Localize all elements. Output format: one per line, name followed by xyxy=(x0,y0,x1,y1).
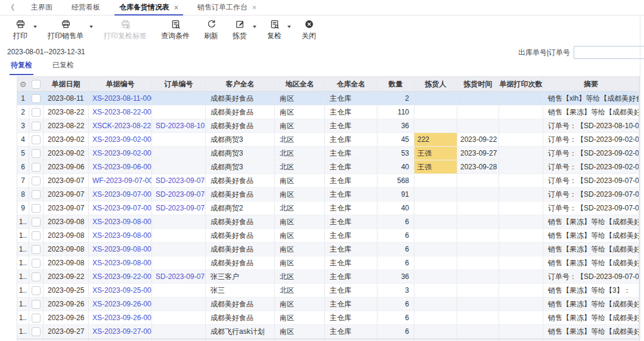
query-conditions-button[interactable]: 查询条件 xyxy=(154,18,197,42)
print-button[interactable]: 打印 xyxy=(6,18,41,42)
tab-rechecked[interactable]: 已复检 xyxy=(51,59,75,75)
row-checkbox[interactable] xyxy=(29,174,44,187)
row-checkbox[interactable] xyxy=(29,270,44,283)
column-header-quantity[interactable]: 数量 xyxy=(377,77,414,91)
print-sales-order-button[interactable]: 打印销售单 xyxy=(41,18,97,42)
row-checkbox[interactable] xyxy=(29,256,44,269)
order-number-link[interactable] xyxy=(152,92,206,105)
order-number-link[interactable]: SD-2023-08-10-00002 xyxy=(152,119,206,132)
table-row[interactable]: 92023-09-07XS-2023-09-07-00023SD-2023-09… xyxy=(17,202,639,215)
row-checkbox[interactable] xyxy=(29,92,44,105)
table-row[interactable]: 1..2023-09-08XS-2023-09-08-00025成都美好食品南区… xyxy=(17,229,639,243)
row-checkbox[interactable] xyxy=(29,297,44,311)
tab-sales-order-workbench[interactable]: 销售订单工作台 × xyxy=(188,0,266,15)
row-checkbox[interactable] xyxy=(29,160,44,173)
column-header-picker[interactable]: 拣货人 xyxy=(414,77,457,91)
recheck-button[interactable]: 复检 xyxy=(260,18,295,42)
row-checkbox[interactable] xyxy=(29,311,44,324)
order-number-link[interactable]: SD-2023-09-07-00005 xyxy=(152,270,206,283)
date-range-filter[interactable]: 2023-08-01--2023-12-31 xyxy=(7,48,85,56)
doc-number-link[interactable]: XS-2023-09-25-00031 xyxy=(89,284,152,297)
row-checkbox[interactable] xyxy=(29,202,44,215)
doc-number-link[interactable]: XS-2023-09-06-00018 xyxy=(89,160,152,173)
table-row[interactable]: 1..2023-09-22XS-2023-09-22-00030SD-2023-… xyxy=(17,270,639,284)
doc-number-link[interactable]: XS-2023-09-26-00032 xyxy=(89,297,152,311)
column-header-warehouse[interactable]: 仓库全名 xyxy=(325,77,377,91)
row-checkbox[interactable] xyxy=(29,188,44,201)
order-number-link[interactable]: SD-2023-09-07-00009 xyxy=(152,174,206,187)
doc-number-link[interactable]: XS-2023-09-26-00033 xyxy=(89,311,152,324)
order-number-link[interactable] xyxy=(152,243,206,256)
order-number-link[interactable]: SD-2023-09-07-00017 xyxy=(152,188,206,201)
tab-warehouse-stock-report[interactable]: 仓库备货情况表 × xyxy=(110,0,188,15)
order-number-link[interactable] xyxy=(152,106,206,119)
order-number-link[interactable] xyxy=(152,229,206,242)
table-row[interactable]: 1..2023-09-27XS-2023-09-27-00034成都飞行ask计… xyxy=(17,325,639,339)
order-number-link[interactable] xyxy=(152,160,206,173)
order-number-link[interactable] xyxy=(152,311,206,324)
doc-number-link[interactable]: WF-2023-09-07-00003 xyxy=(89,174,152,187)
row-checkbox[interactable] xyxy=(29,325,44,338)
doc-number-link[interactable]: XS-2023-09-08-00025 xyxy=(89,229,152,242)
row-checkbox[interactable] xyxy=(29,243,44,256)
doc-number-link[interactable]: XS-2023-09-27-00034 xyxy=(89,325,152,338)
column-settings-button[interactable]: ⚙ xyxy=(17,77,29,91)
doc-number-link[interactable]: XS-2023-09-08-00027 xyxy=(89,256,152,269)
chevron-down-icon[interactable] xyxy=(89,26,93,28)
doc-number-link[interactable]: XS-2023-09-08-00024 xyxy=(89,215,152,228)
row-checkbox[interactable] xyxy=(29,147,44,160)
table-row[interactable]: 1..2023-09-26XS-2023-09-26-00033成都美好食品南区… xyxy=(17,311,639,325)
order-number-link[interactable] xyxy=(152,215,206,228)
tab-pending-recheck[interactable]: 待复检 xyxy=(10,59,33,75)
table-row[interactable]: 82023-09-07XS-2023-09-07-00022SD-2023-09… xyxy=(17,188,639,202)
tab-close-icon[interactable]: × xyxy=(174,4,178,11)
tab-close-icon[interactable]: × xyxy=(252,4,256,11)
refresh-button[interactable]: 刷新 xyxy=(197,18,225,42)
table-row[interactable]: 62023-09-06XS-2023-09-06-00018成都商贸3北区主仓库… xyxy=(17,160,639,174)
table-row[interactable]: 52023-09-02XS-2023-09-02-00017成都商贸3北区主仓库… xyxy=(17,147,639,160)
order-number-link[interactable] xyxy=(152,256,206,269)
close-button[interactable]: 关闭 xyxy=(295,18,323,42)
order-number-link[interactable] xyxy=(152,147,206,160)
doc-number-link[interactable]: XS-2023-08-22-00014 xyxy=(89,106,152,119)
tab-main-screen[interactable]: 主界面 xyxy=(21,0,62,15)
chevron-down-icon[interactable] xyxy=(253,26,256,28)
row-checkbox[interactable] xyxy=(29,106,44,119)
column-header-doc-date[interactable]: 单据日期 xyxy=(44,77,89,91)
row-checkbox[interactable] xyxy=(29,119,44,132)
order-number-link[interactable] xyxy=(152,297,206,311)
order-number-link[interactable]: SD-2023-09-07-00014 xyxy=(152,202,206,215)
collapse-tabs-icon[interactable]: 《 xyxy=(0,0,21,15)
order-number-link[interactable] xyxy=(152,284,206,297)
column-header-region[interactable]: 地区全名 xyxy=(275,77,325,91)
column-header-print-count[interactable]: 单据打印次数 xyxy=(499,77,543,91)
column-header-order-number[interactable]: 订单编号 xyxy=(152,77,206,91)
table-row[interactable]: 1..2023-09-08XS-2023-09-08-00027成都美好食品南区… xyxy=(17,256,639,270)
order-number-link[interactable] xyxy=(152,325,206,338)
row-checkbox[interactable] xyxy=(29,229,44,242)
chevron-down-icon[interactable] xyxy=(33,26,37,28)
doc-number-link[interactable]: XS-2023-09-07-00023 xyxy=(89,202,152,215)
table-row[interactable]: 42023-09-02XS-2023-09-02-00016成都商贸3北区主仓库… xyxy=(17,133,639,147)
select-all-checkbox[interactable] xyxy=(29,77,44,91)
table-row[interactable]: 32023-08-22XSCK-2023-08-22-00001SD-2023-… xyxy=(17,119,639,133)
search-input[interactable] xyxy=(574,46,644,59)
doc-number-link[interactable]: XSCK-2023-08-22-00001 xyxy=(89,119,152,132)
table-row[interactable]: 22023-08-22XS-2023-08-22-00014成都美好食品南区主仓… xyxy=(17,106,639,119)
table-row[interactable]: 12023-08-11XS-2023-08-11-00013成都美好食品南区主仓… xyxy=(17,92,639,106)
tab-business-dashboard[interactable]: 经营看板 xyxy=(62,0,110,15)
table-row[interactable]: 1..2023-09-08XS-2023-09-08-00024成都美好食品南区… xyxy=(17,215,639,229)
pick-goods-button[interactable]: 拣货 xyxy=(225,18,260,42)
doc-number-link[interactable]: XS-2023-09-08-00026 xyxy=(89,243,152,256)
table-row[interactable]: 1..2023-09-25XS-2023-09-25-00031张三北区主仓库3… xyxy=(17,284,639,297)
row-checkbox[interactable] xyxy=(29,215,44,228)
table-row[interactable]: 72023-09-07WF-2023-09-07-00003SD-2023-09… xyxy=(17,174,639,188)
doc-number-link[interactable]: XS-2023-09-07-00022 xyxy=(89,188,152,201)
doc-number-link[interactable]: XS-2023-09-02-00016 xyxy=(89,133,152,146)
order-number-link[interactable] xyxy=(152,133,206,146)
column-header-summary[interactable]: 摘要 xyxy=(543,77,639,91)
doc-number-link[interactable]: XS-2023-09-02-00017 xyxy=(89,147,152,160)
column-header-customer[interactable]: 客户全名 xyxy=(206,77,275,91)
doc-number-link[interactable]: XS-2023-09-22-00030 xyxy=(89,270,152,283)
chevron-down-icon[interactable] xyxy=(287,26,291,28)
